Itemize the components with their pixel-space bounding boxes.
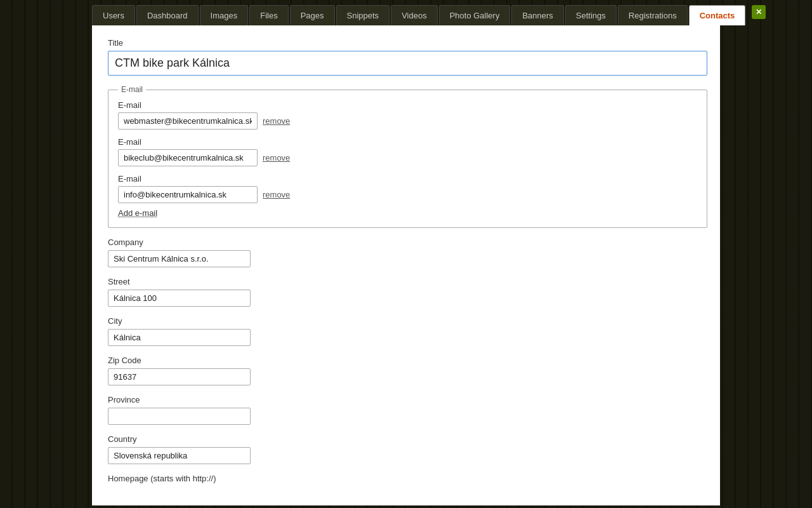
email-input-1[interactable] bbox=[118, 149, 258, 166]
email-label-1: E-mail bbox=[118, 137, 697, 147]
nav-bar: Users Dashboard Images Files Pages Snipp… bbox=[0, 0, 812, 25]
company-input[interactable] bbox=[108, 250, 251, 267]
nav-label-snippets: Snippets bbox=[347, 11, 379, 20]
email-row-1: remove bbox=[118, 149, 697, 166]
province-field-group: Province bbox=[108, 395, 704, 425]
nav-label-settings: Settings bbox=[576, 11, 606, 20]
email-row-0: remove bbox=[118, 112, 697, 130]
nav-item-dashboard[interactable]: Dashboard bbox=[136, 5, 199, 25]
nav-label-dashboard: Dashboard bbox=[147, 11, 188, 20]
remove-email-1[interactable]: remove bbox=[263, 153, 290, 163]
title-field-group: Title bbox=[108, 38, 704, 76]
country-field-group: Country bbox=[108, 434, 704, 464]
add-email-button[interactable]: Add e-mail bbox=[118, 208, 157, 218]
city-field-group: City bbox=[108, 316, 704, 346]
nav-label-images: Images bbox=[211, 11, 238, 20]
zip-field-group: Zip Code bbox=[108, 356, 704, 385]
nav-item-banners[interactable]: Banners bbox=[511, 5, 563, 25]
street-input[interactable] bbox=[108, 290, 251, 307]
nav-item-snippets[interactable]: Snippets bbox=[336, 5, 390, 25]
street-label: Street bbox=[108, 277, 704, 286]
nav-label-banners: Banners bbox=[522, 11, 553, 20]
nav-icon-label: ✕ bbox=[756, 8, 762, 17]
country-input[interactable] bbox=[108, 447, 251, 464]
nav-item-registrations[interactable]: Registrations bbox=[618, 5, 688, 25]
city-input[interactable] bbox=[108, 329, 251, 346]
email-entry-2: E-mail remove bbox=[118, 174, 697, 203]
city-label: City bbox=[108, 316, 704, 326]
nav-item-photo-gallery[interactable]: Photo Gallery bbox=[439, 5, 511, 25]
province-input[interactable] bbox=[108, 408, 251, 425]
country-label: Country bbox=[108, 434, 704, 444]
email-entry-0: E-mail remove bbox=[118, 100, 697, 130]
nav-label-videos: Videos bbox=[402, 11, 427, 20]
homepage-label: Homepage (starts with http://) bbox=[108, 474, 704, 483]
remove-email-2[interactable]: remove bbox=[263, 190, 290, 199]
remove-email-0[interactable]: remove bbox=[263, 116, 290, 126]
nav-item-contacts[interactable]: Contacts bbox=[689, 5, 746, 25]
nav-item-settings[interactable]: Settings bbox=[565, 5, 617, 25]
title-input[interactable] bbox=[108, 51, 707, 76]
nav-label-users: Users bbox=[103, 11, 124, 20]
province-label: Province bbox=[108, 395, 704, 404]
street-field-group: Street bbox=[108, 277, 704, 307]
nav-label-contacts: Contacts bbox=[700, 11, 735, 20]
nav-extra-icon[interactable]: ✕ bbox=[752, 5, 766, 19]
nav-item-files[interactable]: Files bbox=[249, 5, 288, 25]
nav-label-files: Files bbox=[260, 11, 277, 20]
nav-item-videos[interactable]: Videos bbox=[391, 5, 438, 25]
nav-label-pages: Pages bbox=[301, 11, 324, 20]
main-content: Title E-mail E-mail remove E-mail remove… bbox=[92, 25, 720, 505]
nav-item-users[interactable]: Users bbox=[92, 5, 135, 25]
email-row-2: remove bbox=[118, 186, 697, 203]
title-label: Title bbox=[108, 38, 704, 48]
homepage-field-group: Homepage (starts with http://) bbox=[108, 474, 704, 483]
nav-item-images[interactable]: Images bbox=[200, 5, 249, 25]
email-input-0[interactable] bbox=[118, 112, 258, 130]
email-label-2: E-mail bbox=[118, 174, 697, 184]
email-fieldset: E-mail E-mail remove E-mail remove E-mai… bbox=[108, 85, 707, 228]
email-input-2[interactable] bbox=[118, 186, 258, 203]
nav-item-pages[interactable]: Pages bbox=[290, 5, 335, 25]
email-legend: E-mail bbox=[118, 85, 146, 94]
email-label-0: E-mail bbox=[118, 100, 697, 110]
company-field-group: Company bbox=[108, 237, 704, 267]
zip-label: Zip Code bbox=[108, 356, 704, 365]
email-entry-1: E-mail remove bbox=[118, 137, 697, 166]
nav-label-registrations: Registrations bbox=[629, 11, 677, 20]
nav-label-photo-gallery: Photo Gallery bbox=[450, 11, 500, 20]
company-label: Company bbox=[108, 237, 704, 247]
zip-input[interactable] bbox=[108, 368, 251, 385]
